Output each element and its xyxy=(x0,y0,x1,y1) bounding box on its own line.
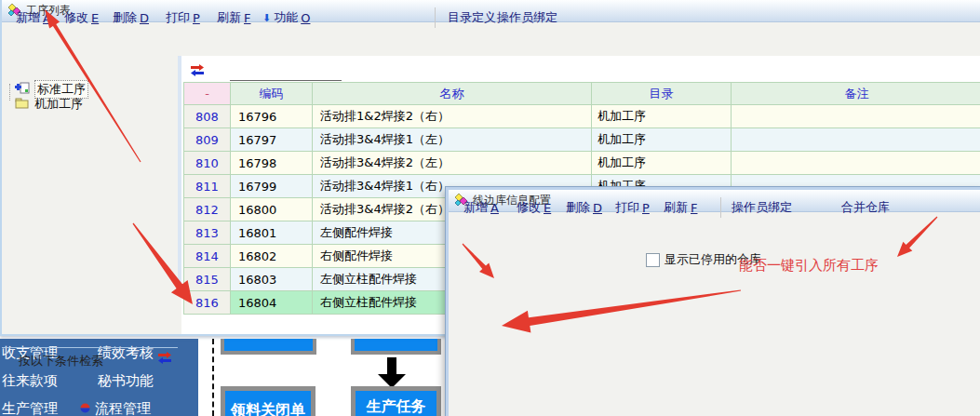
menu-accounts[interactable]: 往来款项 xyxy=(2,372,58,390)
add-button[interactable]: 新增A xyxy=(16,9,51,26)
flow-node-top-left[interactable] xyxy=(221,339,316,355)
toolbar-separator xyxy=(720,197,721,218)
category-tree-panel: 标准工序机加工序 按以下条件检索 xyxy=(2,56,181,291)
operator-bind-button[interactable]: 操作员绑定 xyxy=(732,199,792,216)
code-cell[interactable]: 16801 xyxy=(231,221,313,245)
table-row-808[interactable]: 80816796活动排1&2焊接2（右）机加工序 xyxy=(184,105,980,128)
delete-button[interactable]: 删除D xyxy=(113,9,149,26)
lineside-warehouse-config-window: 线边库信息配置 新增A修改E删除D打印P刷新F操作员绑定合并仓库 显示已停用的仓… xyxy=(446,187,980,416)
refresh-button[interactable]: 刷新F xyxy=(217,9,250,26)
column-header-2[interactable]: 名称 xyxy=(313,83,592,105)
row-number-cell[interactable]: 812 xyxy=(184,198,231,221)
column-header-3[interactable]: 目录 xyxy=(592,83,732,105)
code-cell[interactable]: 16803 xyxy=(231,268,313,291)
quick-search-input[interactable] xyxy=(230,65,342,81)
operator-bind-button[interactable]: 操作员绑定 xyxy=(497,9,557,26)
table-row-810[interactable]: 81016798活动排3&4焊接2（左）机加工序 xyxy=(184,152,980,175)
catalog-define-button[interactable]: 目录定义 xyxy=(448,9,496,26)
toolbar-separator xyxy=(435,7,436,28)
catalog-cell[interactable]: 机加工序 xyxy=(592,105,732,128)
annotation-note: 能否一键引入所有工序 xyxy=(739,257,879,275)
filter-label: 按以下条件检索 xyxy=(19,353,103,369)
screenshot-canvas: 收支管理绩效考核往来款项秘书功能生产管理流程管理 领料关闭单 生产任务单 工序列… xyxy=(0,0,980,416)
note-cell[interactable] xyxy=(732,128,980,152)
sort-swap-icon[interactable] xyxy=(190,62,205,80)
note-cell[interactable] xyxy=(732,105,980,128)
code-cell[interactable]: 16804 xyxy=(231,291,313,315)
module-icon xyxy=(79,401,91,416)
row-number-cell[interactable]: 810 xyxy=(184,152,231,175)
flow-node-top-right[interactable] xyxy=(351,339,441,355)
filter-swap-icon[interactable] xyxy=(157,350,172,368)
menu-flow[interactable]: 流程管理 xyxy=(79,400,151,416)
note-cell[interactable] xyxy=(732,152,980,175)
code-cell[interactable]: 16802 xyxy=(231,245,313,268)
name-cell[interactable]: 活动排3&4焊接2（左） xyxy=(313,152,592,175)
code-cell[interactable]: 16800 xyxy=(231,198,313,221)
add-button[interactable]: 新增A xyxy=(463,199,499,216)
menu-production[interactable]: 生产管理 xyxy=(2,400,58,416)
refresh-button[interactable]: 刷新F xyxy=(664,199,697,216)
name-cell[interactable]: 活动排3&4焊接1（左） xyxy=(313,128,592,152)
tree-item-machining-process[interactable]: 机加工序 xyxy=(15,96,85,113)
merge-warehouse-button[interactable]: 合并仓库 xyxy=(841,199,890,216)
row-number-cell[interactable]: 809 xyxy=(184,128,231,152)
filter-separator xyxy=(2,347,178,348)
catalog-cell[interactable]: 机加工序 xyxy=(592,128,732,152)
show-disabled-warehouse-checkbox[interactable] xyxy=(646,253,660,267)
row-number-cell[interactable]: 815 xyxy=(184,268,231,291)
material-close-order-button[interactable]: 领料关闭单 xyxy=(221,386,315,416)
catalog-cell[interactable]: 机加工序 xyxy=(592,152,732,175)
name-cell[interactable]: 活动排1&2焊接2（右） xyxy=(313,105,592,128)
print-button[interactable]: 打印P xyxy=(166,9,200,26)
folder-icon xyxy=(15,98,29,112)
column-header-0[interactable]: - xyxy=(184,83,231,105)
row-number-cell[interactable]: 808 xyxy=(184,105,231,128)
print-button[interactable]: 打印P xyxy=(615,199,650,216)
column-header-4[interactable]: 备注 xyxy=(732,83,980,105)
code-cell[interactable]: 16797 xyxy=(231,128,313,152)
modify-button[interactable]: 修改E xyxy=(517,199,551,216)
functions-button[interactable]: ⬇功能O xyxy=(262,9,310,26)
delete-button[interactable]: 删除D xyxy=(566,199,602,216)
code-cell[interactable]: 16796 xyxy=(231,105,313,128)
flow-dashed-line xyxy=(212,339,214,416)
row-number-cell[interactable]: 811 xyxy=(184,175,231,198)
code-cell[interactable]: 16798 xyxy=(231,152,313,175)
menu-secretary[interactable]: 秘书功能 xyxy=(98,372,154,390)
row-number-cell[interactable]: 813 xyxy=(184,221,231,245)
code-cell[interactable]: 16799 xyxy=(231,175,313,198)
modify-button[interactable]: 修改E xyxy=(64,9,99,26)
production-task-order-button[interactable]: 生产任务单 xyxy=(351,386,441,416)
row-number-cell[interactable]: 816 xyxy=(184,291,231,315)
column-header-1[interactable]: 编码 xyxy=(231,83,313,105)
row-number-cell[interactable]: 814 xyxy=(184,245,231,268)
table-row-809[interactable]: 80916797活动排3&4焊接1（左）机加工序 xyxy=(184,128,980,152)
down-arrow-icon: ⬇ xyxy=(262,13,271,23)
document-plus-icon xyxy=(15,82,31,97)
tree-guide-line xyxy=(9,84,10,101)
